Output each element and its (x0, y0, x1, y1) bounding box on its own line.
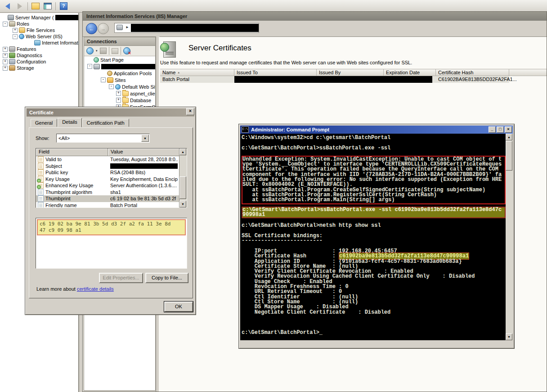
tree-item-web-server-iis-[interactable]: -Web Server (IIS) (0, 33, 78, 40)
redaction-bar (101, 64, 155, 69)
server-manager-toolbar: ? (0, 0, 547, 13)
show-dropdown[interactable]: <All> ▼ (56, 134, 150, 143)
grid-row-key-usage[interactable]: Key UsageKey Encipherment, Data Encip... (36, 176, 187, 183)
expander-icon[interactable]: + (116, 91, 121, 96)
expander-icon[interactable]: - (13, 34, 18, 39)
scroll-down-icon[interactable]: ▼ (179, 201, 186, 207)
field-value: Key Encipherment, Data Encip... (110, 176, 178, 182)
column-header-expiration-date[interactable]: Expiration Date (384, 69, 436, 76)
tree-item-aspnet-client[interactable]: +aspnet_client (84, 90, 155, 97)
iis-forward-button[interactable]: → (98, 23, 109, 34)
expander-icon[interactable]: + (13, 28, 18, 33)
certificate-details-link[interactable]: certificate details (77, 286, 114, 292)
help-button[interactable]: ? (59, 2, 68, 11)
tree-item-label: Default Web Site (122, 84, 155, 90)
grid-row-valid-to[interactable]: Valid toTuesday, August 28, 2018 8:0... (36, 156, 187, 163)
tree-item-application-pools[interactable]: Application Pools (84, 70, 155, 77)
grid-row-enhanced-key-usage[interactable]: Enhanced Key UsageServer Authentication … (36, 182, 187, 189)
tree-item-diagnostics[interactable]: +Diagnostics (0, 52, 78, 59)
ok-button[interactable]: OK (164, 302, 193, 312)
tree-item-sites[interactable]: -Sites (84, 77, 155, 83)
tree-item-file-services[interactable]: +File Services (0, 27, 78, 33)
field-value: RSA (2048 Bits) (110, 170, 178, 175)
field-column-header[interactable]: Field (36, 149, 108, 156)
expander-icon[interactable]: + (3, 59, 8, 64)
value-column-header[interactable]: Value (108, 149, 187, 156)
details-tab-page: Show: <All> ▼ Field Value Valid toTuesda… (29, 127, 193, 298)
column-header-certificate-hash[interactable]: Certificate Hash (436, 69, 509, 76)
copy-to-file-button[interactable]: Copy to File... (145, 273, 188, 283)
go-up-icon[interactable] (112, 48, 118, 54)
field-name: Subject (45, 163, 108, 169)
field-detail-box[interactable]: c6 19 02 ba 9e 81 3b 5d d3 2f a2 fa 11 3… (36, 218, 187, 269)
iis-back-button[interactable]: ← (86, 23, 97, 34)
cert-prop-icon (38, 189, 44, 195)
maximize-button[interactable]: □ (497, 126, 504, 133)
cmd-scrollbar[interactable]: ▲ ▼ (506, 134, 513, 340)
grid-row-subject[interactable]: Subject (36, 163, 187, 170)
panes-button[interactable] (43, 2, 52, 11)
table-row[interactable]: Batch Portal C61902BA9E813B5DD32FA2FA1..… (160, 76, 547, 83)
diagnostics-icon (9, 53, 15, 58)
folder-icon (122, 91, 129, 96)
tab-general[interactable]: General (31, 119, 57, 127)
connect-dropdown-icon[interactable] (86, 47, 94, 54)
iis-title-bar[interactable]: Internet Information Services (IIS) Mana… (83, 12, 547, 21)
expander-icon[interactable]: - (3, 22, 8, 27)
edit-properties-button[interactable]: Edit Properties... (99, 273, 143, 283)
expander-icon[interactable]: - (101, 77, 106, 82)
grid-row-thumbprint-algorithm[interactable]: Thumbprint algorithmsha1 (36, 189, 187, 196)
tree-item-label: Diagnostics (17, 53, 42, 58)
tree-item-start-page[interactable]: Start Page (84, 56, 155, 63)
scrollbar-thumb[interactable] (179, 176, 186, 199)
learn-more-text: Learn more about certificate details (36, 286, 114, 292)
tree-item-internet-information-se[interactable]: Internet Information Se (0, 40, 78, 46)
remove-connection-icon[interactable]: ✕ (123, 47, 130, 54)
tree-item-configuration[interactable]: +Configuration (0, 59, 78, 65)
expander-icon[interactable]: + (3, 47, 8, 52)
column-header-issued-to[interactable]: Issued To (234, 69, 317, 76)
grid-scrollbar[interactable]: ▲ ▼ (179, 149, 187, 207)
field-value: Batch Portal (110, 203, 178, 208)
dialog-title-bar[interactable]: Certificate (27, 108, 194, 117)
dropdown-caret-icon[interactable]: ▾ (96, 49, 98, 53)
tree-item-storage[interactable]: +Storage (0, 65, 78, 71)
close-button[interactable]: × (505, 126, 512, 133)
tree-item-database[interactable]: +Database (84, 97, 155, 104)
tab-details[interactable]: Details (58, 118, 82, 127)
cmd-title-bar[interactable]: C:\ Administrator: Command Prompt _ □ × (240, 126, 513, 134)
minimize-button[interactable]: _ (489, 126, 496, 133)
scroll-down-icon[interactable]: ▼ (506, 333, 512, 340)
expander-icon[interactable]: - (87, 64, 92, 69)
tree-item-redacted[interactable]: - (84, 63, 155, 70)
expander-icon[interactable]: + (116, 98, 121, 103)
column-header-name[interactable]: Name▲ (160, 69, 234, 76)
cmd-icon: C:\ (242, 126, 249, 133)
scroll-up-icon[interactable]: ▲ (179, 149, 186, 155)
tree-item-roles[interactable]: -Roles (0, 21, 78, 27)
thumbprint-highlight-annotation: c6 19 02 ba 9e 81 3b 5d d3 2f a2 fa 11 3… (37, 219, 186, 235)
column-header-issued-by[interactable]: Issued By (317, 69, 384, 76)
forward-button[interactable] (15, 2, 24, 11)
tree-item-features[interactable]: +Features (0, 46, 78, 52)
chevron-down-icon[interactable]: ▼ (141, 135, 149, 142)
iis-address-box[interactable]: ► (114, 23, 259, 33)
scrollbar-thumb[interactable] (506, 141, 512, 171)
save-connections-icon[interactable] (100, 48, 107, 54)
tab-certification-path[interactable]: Certification Path (82, 119, 129, 127)
terminal-line: ------------------------- (242, 239, 507, 243)
tree-item-server-manager-[interactable]: Server Manager ( (0, 14, 78, 21)
tree-item-default-web-site[interactable]: -Default Web Site (84, 83, 155, 90)
grid-row-thumbprint[interactable]: Thumbprintc6 19 02 ba 9e 81 3b 5d d3 2f … (36, 195, 187, 202)
expander-icon[interactable]: + (3, 66, 8, 71)
expander-icon[interactable]: + (3, 53, 8, 58)
cert-prop-icon (38, 202, 44, 208)
expander-icon[interactable]: - (109, 84, 114, 89)
scroll-up-icon[interactable]: ▲ (506, 134, 512, 140)
grid-row-public-key[interactable]: Public keyRSA (2048 Bits) (36, 169, 187, 176)
back-button[interactable] (3, 2, 12, 11)
grid-row-friendly-name[interactable]: Friendly nameBatch Portal (36, 202, 187, 208)
close-button[interactable]: × (186, 108, 194, 115)
terminal-output[interactable]: C:\Windows\system32>cd c:\getsmart\Batch… (240, 134, 507, 340)
console-tree-button[interactable] (31, 2, 40, 11)
